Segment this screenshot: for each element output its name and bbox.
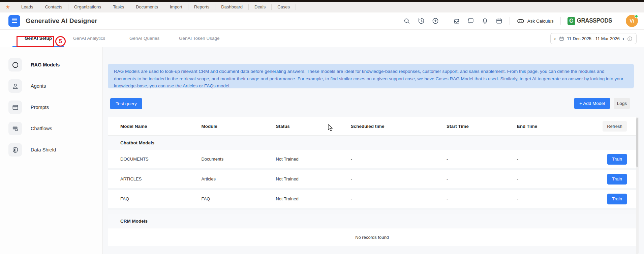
models-table: Model Name Module Status Scheduled time … xyxy=(108,117,636,246)
divider xyxy=(446,17,446,25)
empty-state-text: No records found xyxy=(108,228,636,246)
column-header: Start Time xyxy=(447,124,517,129)
topnav-item-cases[interactable]: Cases xyxy=(272,4,296,10)
topnav-item-import[interactable]: Import xyxy=(164,4,188,10)
topnav-item-organizations[interactable]: Organizations xyxy=(68,4,107,10)
user-avatar[interactable]: Vi xyxy=(626,15,638,27)
table-section-header: Chatbot Models xyxy=(108,136,636,150)
cell-module: Documents xyxy=(201,157,276,162)
shield-icon xyxy=(8,143,22,157)
topnav-items: LeadsContactsOrganizationsTasksDocuments… xyxy=(16,4,296,10)
train-button[interactable]: Train xyxy=(607,174,627,185)
cell-start-time: - xyxy=(447,176,517,181)
top-navigation: ★ LeadsContactsOrganizationsTasksDocumen… xyxy=(0,2,644,12)
page-title: Generative AI Designer xyxy=(26,17,97,25)
logs-button[interactable]: Logs xyxy=(614,98,630,109)
chevron-right-icon[interactable]: › xyxy=(622,36,624,41)
date-range-picker[interactable]: ‹ 11 Dec 2025 - 11 Mar 2026 › xyxy=(550,33,637,44)
cell-scheduled-time: - xyxy=(351,157,447,162)
chevron-left-icon[interactable]: ‹ xyxy=(554,36,556,41)
table-row[interactable]: FAQFAQNot Trained---Train xyxy=(108,190,636,210)
scrollbar-thumb[interactable] xyxy=(636,118,638,167)
tab-genai-token-usage[interactable]: GenAI Token Usage xyxy=(179,30,220,47)
test-query-button[interactable]: Test query xyxy=(110,98,142,109)
cell-start-time: - xyxy=(447,196,517,201)
info-banner: RAG Models are used to look-up relevant … xyxy=(108,64,634,88)
cell-end-time: - xyxy=(517,157,586,162)
cell-model-name: ARTICLES xyxy=(120,176,201,181)
topnav-item-contacts[interactable]: Contacts xyxy=(39,4,68,10)
annotation-highlight-box xyxy=(17,36,54,47)
ask-calculus-label: Ask Calculus xyxy=(527,19,554,24)
brand-mark-icon: G xyxy=(568,17,575,25)
add-model-button[interactable]: + Add Model xyxy=(574,98,610,109)
divider xyxy=(510,17,510,25)
quick-create-icon[interactable] xyxy=(432,17,439,25)
sidebar-item-label: Chatflows xyxy=(31,126,52,131)
column-header: Status xyxy=(276,124,350,129)
sidebar-item-agents[interactable]: Agents xyxy=(0,79,102,93)
menu-hamburger-button[interactable] xyxy=(8,15,20,27)
topnav-item-reports[interactable]: Reports xyxy=(188,4,216,10)
cell-model-name: DOCUMENTS xyxy=(120,157,201,162)
history-icon[interactable] xyxy=(418,17,425,25)
tab-bar: GenAI SetupGenAI AnalyticsGenAI QueriesG… xyxy=(0,30,644,47)
tab-genai-queries[interactable]: GenAI Queries xyxy=(129,30,159,47)
header-actions: Ask Calculus G GRASSPODS Vi xyxy=(403,15,644,27)
sidebar-item-label: Agents xyxy=(31,83,46,89)
column-header: Model Name xyxy=(120,124,201,129)
ask-calculus-button[interactable]: Ask Calculus xyxy=(517,17,554,25)
tab-genai-analytics[interactable]: GenAI Analytics xyxy=(73,30,105,47)
train-button[interactable]: Train xyxy=(607,154,627,165)
topnav-item-leads[interactable]: Leads xyxy=(16,4,39,10)
sidebar-item-label: Data Shield xyxy=(31,147,56,152)
cell-scheduled-time: - xyxy=(351,196,447,201)
table-body: Chatbot ModelsDOCUMENTSDocumentsNot Trai… xyxy=(108,136,636,246)
cell-scheduled-time: - xyxy=(351,176,447,181)
notifications-icon[interactable] xyxy=(481,17,489,25)
column-header: Module xyxy=(201,124,276,129)
app-header: Generative AI Designer xyxy=(0,12,644,30)
sidebar: RAG ModelsAgentsPromptsChatflowsData Shi… xyxy=(0,47,103,254)
main-content: RAG Models are used to look-up relevant … xyxy=(103,47,644,254)
topnav-item-tasks[interactable]: Tasks xyxy=(107,4,130,10)
mouse-cursor xyxy=(328,124,335,132)
avatar-initials: Vi xyxy=(630,18,634,24)
chat-icon[interactable] xyxy=(467,17,474,25)
sidebar-item-chatflows[interactable]: Chatflows xyxy=(0,122,102,135)
topnav-item-dashboard[interactable]: Dashboard xyxy=(215,4,249,10)
train-button[interactable]: Train xyxy=(607,194,627,204)
cell-status: Not Trained xyxy=(276,176,350,181)
info-icon[interactable] xyxy=(627,36,633,42)
cell-start-time: - xyxy=(447,157,517,162)
refresh-button[interactable]: Refresh xyxy=(603,121,627,132)
section-gap xyxy=(108,210,636,214)
cell-status: Not Trained xyxy=(276,157,350,162)
sidebar-item-prompts[interactable]: Prompts xyxy=(0,101,102,114)
calendar-icon[interactable] xyxy=(495,17,503,25)
circle-icon xyxy=(8,58,22,72)
table-row[interactable]: ARTICLESArticlesNot Trained---Train xyxy=(108,170,636,190)
cell-model-name: FAQ xyxy=(120,196,201,201)
chatflow-icon xyxy=(8,122,22,135)
table-header-row: Model Name Module Status Scheduled time … xyxy=(108,117,636,136)
topnav-item-documents[interactable]: Documents xyxy=(130,4,164,10)
prompt-window-icon xyxy=(8,101,22,114)
favorites-star-icon[interactable]: ★ xyxy=(0,4,16,10)
column-header: Scheduled time xyxy=(351,124,447,129)
annotation-step-badge: 5 xyxy=(55,36,66,47)
online-status-dot xyxy=(635,15,638,18)
table-scrollbar[interactable] xyxy=(636,117,639,254)
brand-name: GRASSPODS xyxy=(577,17,612,25)
sidebar-item-rag-models[interactable]: RAG Models xyxy=(0,58,102,72)
sidebar-item-label: Prompts xyxy=(31,105,49,110)
table-row[interactable]: DOCUMENTSDocumentsNot Trained---Train xyxy=(108,150,636,170)
topnav-item-deals[interactable]: Deals xyxy=(249,4,272,10)
divider xyxy=(619,17,619,25)
search-icon[interactable] xyxy=(403,17,411,25)
cell-module: FAQ xyxy=(201,196,276,201)
date-range-label: 11 Dec 2025 - 11 Mar 2026 xyxy=(567,36,619,41)
inbox-icon[interactable] xyxy=(453,17,460,25)
table-section-header: CRM Models xyxy=(108,214,636,228)
sidebar-item-data-shield[interactable]: Data Shield xyxy=(0,143,102,157)
